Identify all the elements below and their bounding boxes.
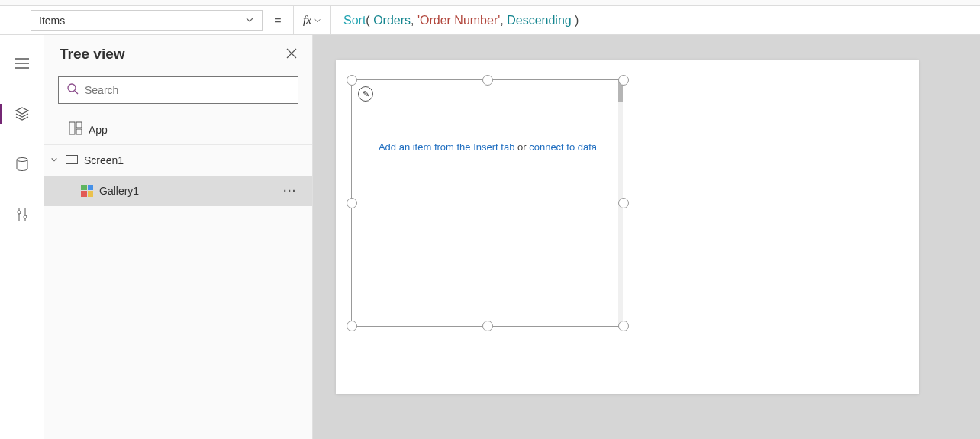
property-dropdown[interactable]: Items: [31, 10, 263, 31]
close-panel-button[interactable]: [286, 47, 297, 63]
property-dropdown-value: Items: [39, 15, 65, 27]
hamburger-icon: [15, 56, 30, 71]
sliders-icon: [15, 207, 30, 222]
app-icon: [69, 121, 82, 137]
tree-view-tab[interactable]: [0, 99, 44, 128]
advanced-tab[interactable]: [0, 200, 44, 229]
chevron-down-icon: [314, 17, 321, 24]
tree-view-panel: Tree view App: [44, 35, 313, 439]
svg-rect-5: [76, 122, 82, 128]
resize-handle[interactable]: [482, 321, 493, 331]
data-tab[interactable]: [0, 150, 44, 179]
connect-data-link[interactable]: connect to data: [529, 141, 597, 153]
resize-handle[interactable]: [618, 198, 629, 208]
hamburger-menu[interactable]: [0, 49, 44, 78]
resize-handle[interactable]: [347, 198, 357, 208]
search-field[interactable]: [85, 84, 290, 96]
fx-button[interactable]: fx: [293, 6, 331, 34]
svg-point-1: [18, 211, 21, 214]
canvas[interactable]: ✎ Add an item from the Insert tab or con…: [313, 35, 980, 439]
tree-item-screen[interactable]: Screen1: [44, 145, 312, 176]
insert-link[interactable]: Add an item from the Insert tab: [379, 141, 514, 153]
formula-input[interactable]: Sort( Orders, 'Order Number', Descending…: [331, 6, 980, 34]
panel-title: Tree view: [60, 46, 125, 63]
edit-button[interactable]: ✎: [358, 86, 373, 102]
resize-handle[interactable]: [618, 75, 629, 86]
tree-label: Screen1: [84, 154, 124, 166]
gallery-icon: [81, 185, 93, 197]
tree-label: App: [89, 124, 108, 136]
resize-handle[interactable]: [618, 321, 629, 331]
gallery-selection[interactable]: ✎ Add an item from the Insert tab or con…: [351, 79, 624, 327]
layers-icon: [15, 106, 30, 121]
tree-item-app[interactable]: App: [44, 115, 312, 145]
gallery-placeholder: Add an item from the Insert tab or conne…: [352, 141, 624, 153]
screen-icon: [66, 154, 78, 166]
resize-handle[interactable]: [347, 75, 357, 86]
equals-sign: =: [263, 6, 293, 34]
formula-bar: Items = fx Sort( Orders, 'Order Number',…: [0, 6, 980, 35]
chevron-down-icon[interactable]: [50, 156, 60, 165]
svg-rect-4: [69, 122, 75, 134]
fx-icon: fx: [303, 14, 311, 27]
close-icon: [286, 48, 297, 59]
svg-point-0: [17, 158, 27, 162]
search-icon: [66, 82, 79, 98]
pencil-icon: ✎: [363, 89, 369, 99]
svg-point-2: [24, 215, 27, 218]
svg-point-3: [68, 84, 76, 92]
search-input[interactable]: [58, 76, 298, 104]
left-rail: [0, 35, 44, 439]
resize-handle[interactable]: [482, 75, 493, 86]
database-icon: [15, 157, 30, 172]
resize-handle[interactable]: [347, 321, 357, 331]
screen-canvas[interactable]: ✎ Add an item from the Insert tab or con…: [336, 60, 919, 394]
svg-rect-6: [76, 129, 82, 134]
chevron-down-icon: [245, 15, 254, 27]
svg-rect-7: [66, 155, 78, 163]
tree-label: Gallery1: [99, 185, 139, 197]
tree-item-gallery[interactable]: Gallery1 ···: [44, 176, 312, 206]
more-button[interactable]: ···: [283, 185, 297, 197]
